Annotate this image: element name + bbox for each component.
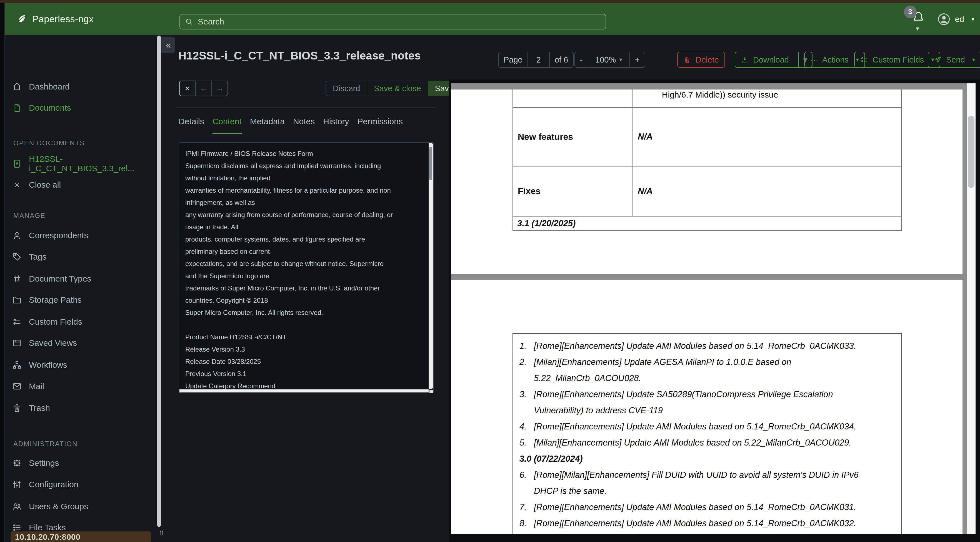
download-split-button: Download ▾ <box>735 52 813 68</box>
document-title: H12SSL-i_C_CT_NT_BIOS_3.3_release_notes <box>178 49 421 62</box>
content-scrollbar-thumb[interactable] <box>429 147 432 180</box>
save-and-close-button[interactable]: Save & close <box>367 81 428 96</box>
document-nav-group: × ← → <box>179 81 228 96</box>
sidebar-item-label: File Tasks <box>29 523 66 532</box>
list-item: 8. [Rome][Enhancements] Update AMI Modul… <box>519 515 897 531</box>
search-icon <box>185 18 193 26</box>
table-row: Fixes N/A <box>513 166 901 216</box>
status-url-text: 10.10.20.70:8000 <box>15 532 80 542</box>
sidebar-item-correspondents[interactable]: Correspondents <box>12 227 88 244</box>
administration-header: ADMINISTRATION <box>13 440 78 448</box>
file-icon <box>12 103 22 113</box>
sidebar-item-document-types[interactable]: Document Types <box>12 271 91 287</box>
brand-name: Paperless-ngx <box>32 14 94 24</box>
pdf-page-2: 1. [Rome][Enhancements] Update AMI Modul… <box>451 280 963 534</box>
content-hscrollbar-track[interactable] <box>180 389 429 392</box>
window-left-edge <box>0 3 5 542</box>
sidebar-close-all[interactable]: Close all <box>12 177 61 193</box>
zoom-out-button[interactable]: - <box>575 52 588 67</box>
tab-permissions[interactable]: Permissions <box>358 117 403 134</box>
actions-label: Actions <box>822 55 849 64</box>
list-number: 7. <box>519 499 527 515</box>
sidebar-item-documents[interactable]: Documents <box>12 99 71 116</box>
home-icon <box>12 82 22 91</box>
sidebar-item-label: Storage Paths <box>29 295 82 304</box>
zoom-in-button[interactable]: + <box>630 52 645 67</box>
pdf-scrollbar-thumb[interactable] <box>968 116 974 188</box>
tab-details[interactable]: Details <box>178 117 204 134</box>
sidebar-item-label: Settings <box>29 458 59 468</box>
sidebar-item-configuration[interactable]: Configuration <box>12 476 78 493</box>
radio-list-icon <box>860 56 869 64</box>
pdf-viewer[interactable]: High/6.7 Middle)) security issue New fea… <box>451 83 975 534</box>
sidebar-item-settings[interactable]: Settings <box>12 455 59 472</box>
list-item: 9. [Rome][Milan][Enhancements] For UsbBu… <box>519 531 897 534</box>
sidebar-item-label: Saved Views <box>29 338 77 348</box>
next-document-button[interactable]: → <box>212 81 228 96</box>
delete-button[interactable]: Delete <box>677 52 725 68</box>
sidebar-item-label: Document Types <box>29 274 91 284</box>
list-text: [Rome][Enhancements] Update AMI Modules … <box>534 515 897 531</box>
sidebar-scrollbar[interactable] <box>157 35 161 527</box>
list-text: [Rome][Enhancements] Update SA50289(Tian… <box>534 386 897 402</box>
tab-history[interactable]: History <box>323 117 349 134</box>
sidebar-item-mail[interactable]: Mail <box>12 378 44 395</box>
paperless-feather-logo-icon <box>16 14 27 25</box>
notifications-button[interactable]: 3 ▾ <box>911 10 927 29</box>
folder-icon <box>12 295 22 304</box>
list-text: [Rome][Milan][Enhancements] For UsbBus-e… <box>534 531 897 534</box>
list-text: 5.22_MilanCrb_0ACOU028. <box>534 370 897 386</box>
list-number: 3. <box>519 386 527 402</box>
list-item: 4. [Rome][Enhancements] Update AMI Modul… <box>519 419 897 435</box>
radio-list-icon <box>12 317 22 327</box>
send-caret-icon: ▾ <box>972 56 975 63</box>
sidebar-item-label: Trash <box>29 403 50 413</box>
page-number-input[interactable]: 2 <box>528 52 549 67</box>
list-item: 3. [Rome][Enhancements] Update SA50289(T… <box>519 386 897 419</box>
sidebar-item-label: Documents <box>29 103 71 113</box>
discard-button[interactable]: Discard <box>326 81 367 96</box>
document-text-icon <box>12 159 22 169</box>
sidebar-item-custom-fields[interactable]: Custom Fields <box>12 314 82 330</box>
tab-notes[interactable]: Notes <box>293 117 315 134</box>
tag-icon <box>12 252 22 261</box>
previous-document-button[interactable]: ← <box>195 81 212 96</box>
zoom-level-select[interactable]: 100% ▾ <box>588 52 630 67</box>
page-total: of 6 <box>549 52 573 67</box>
ellipsis-icon: ··· <box>810 55 818 64</box>
content-resize-grip[interactable] <box>430 390 433 393</box>
tab-metadata[interactable]: Metadata <box>250 117 285 134</box>
sidebar-open-document[interactable]: H12SSL-i_C_CT_NT_BIOS_3.3_rel... <box>12 155 160 172</box>
list-number: 6. <box>519 467 527 483</box>
close-icon <box>12 180 22 190</box>
sidebar-item-storage-paths[interactable]: Storage Paths <box>12 292 82 308</box>
changes-list-box: 1. [Rome][Enhancements] Update AMI Modul… <box>512 333 902 534</box>
panel-divider <box>175 108 436 108</box>
close-document-button[interactable]: × <box>179 81 195 96</box>
table-cell-label: New features <box>513 108 633 166</box>
list-item: 1. [Rome][Enhancements] Update AMI Modul… <box>519 338 897 354</box>
send-button[interactable]: Send ▾ <box>928 52 980 68</box>
sidebar-item-workflows[interactable]: Workflows <box>12 357 67 373</box>
list-number: 4. <box>519 419 527 435</box>
list-item: 6. [Rome][Milan][Enhancements] Fill DUID… <box>519 467 897 499</box>
list-text: Vulnerability) to address CVE-119 <box>534 402 897 419</box>
trash-icon <box>12 403 22 413</box>
sidebar-collapse-button[interactable]: « <box>161 37 175 53</box>
sidebar-item-tags[interactable]: Tags <box>12 249 46 265</box>
sidebar-item-trash[interactable]: Trash <box>12 400 50 416</box>
sidebar-item-saved-views[interactable]: Saved Views <box>12 335 77 351</box>
sidebar: Dashboard Documents OPEN DOCUMENTS H12SS… <box>5 35 160 542</box>
user-caret-icon: ▾ <box>971 16 974 23</box>
tab-content[interactable]: Content <box>213 117 242 134</box>
user-menu[interactable]: ed ▾ <box>937 12 974 26</box>
sidebar-item-users-groups[interactable]: Users & Groups <box>12 498 88 515</box>
gear-icon <box>12 458 22 468</box>
sliders-icon <box>12 480 22 489</box>
search-input[interactable]: Search <box>180 14 606 29</box>
content-textarea[interactable]: IPMI Firmware / BIOS Release Notes Form … <box>178 142 434 393</box>
browser-status-url: 10.10.20.70:8000 <box>11 531 151 542</box>
download-button[interactable]: Download <box>735 52 794 67</box>
custom-fields-button[interactable]: Custom Fields ▾ <box>854 52 940 68</box>
sidebar-item-dashboard[interactable]: Dashboard <box>12 78 70 95</box>
